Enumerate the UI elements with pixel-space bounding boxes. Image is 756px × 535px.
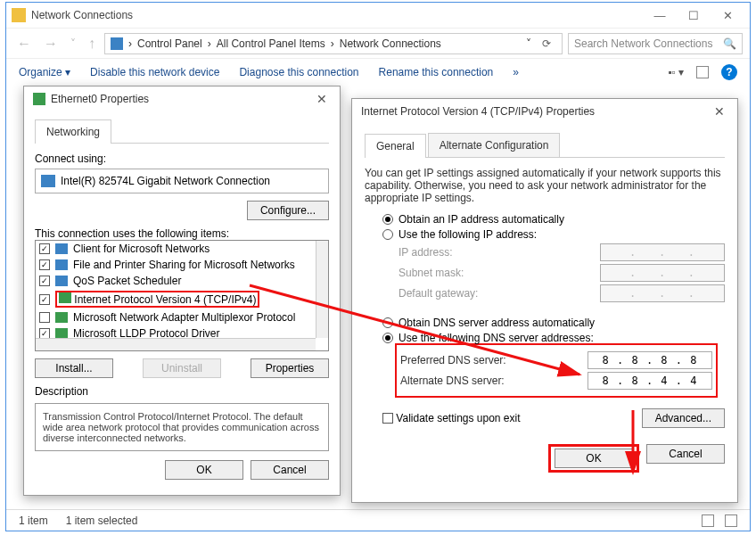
refresh-button[interactable]: ⟳ — [537, 37, 556, 50]
checkbox[interactable] — [39, 243, 50, 254]
crumb-control-panel[interactable]: Control Panel — [137, 37, 202, 50]
gateway-input: . . . — [600, 284, 725, 302]
list-item[interactable]: File and Printer Sharing for Microsoft N… — [36, 257, 328, 273]
forward-button[interactable]: → — [40, 36, 62, 52]
back-button[interactable]: ← — [13, 36, 35, 52]
status-bar: 1 item 1 item selected — [6, 509, 750, 531]
status-selected-count: 1 item selected — [66, 514, 138, 527]
organize-menu[interactable]: Organize ▾ — [19, 66, 70, 78]
protocol-icon — [59, 292, 71, 303]
close-icon[interactable]: ✕ — [313, 92, 331, 106]
install-button[interactable]: Install... — [35, 358, 113, 378]
configure-button[interactable]: Configure... — [247, 201, 329, 220]
protocol-label: Client for Microsoft Networks — [73, 243, 210, 255]
advanced-button[interactable]: Advanced... — [642, 408, 725, 428]
command-bar: Organize ▾ Disable this network device D… — [6, 58, 750, 85]
connect-using-label: Connect using: — [35, 152, 329, 165]
radio-auto-dns[interactable] — [382, 317, 393, 328]
preferred-dns-input[interactable]: 8 . 8 . 8 . 8 — [588, 351, 712, 369]
list-item[interactable]: Internet Protocol Version 4 (TCP/IPv4) — [36, 289, 328, 309]
cancel-button[interactable]: Cancel — [251, 460, 329, 480]
adapter-box: Intel(R) 82574L Gigabit Network Connecti… — [35, 169, 329, 193]
minimize-button[interactable]: — — [643, 3, 677, 28]
tab-strip: General Alternate Configuration — [365, 133, 725, 158]
radio-auto-ip[interactable] — [382, 214, 393, 225]
tab-general[interactable]: General — [365, 134, 426, 158]
search-placeholder: Search Network Connections — [574, 37, 712, 50]
close-button[interactable]: ✕ — [711, 3, 744, 28]
properties-button[interactable]: Properties — [251, 358, 329, 378]
recent-dropdown[interactable]: ˅ — [67, 37, 79, 50]
up-button[interactable]: ↑ — [85, 36, 99, 52]
checkbox[interactable] — [39, 259, 50, 270]
maximize-button[interactable]: ☐ — [677, 3, 711, 28]
validate-checkbox[interactable] — [382, 413, 393, 424]
adapter-icon — [33, 93, 45, 105]
list-item[interactable]: Client for Microsoft Networks — [36, 241, 328, 257]
vertical-scrollbar[interactable] — [316, 241, 328, 338]
dialog-titlebar: Ethernet0 Properties ✕ — [24, 86, 340, 111]
list-item[interactable]: QoS Packet Scheduler — [36, 273, 328, 289]
search-icon: 🔍 — [723, 37, 736, 50]
window-title: Network Connections — [31, 9, 133, 21]
protocol-label: Internet Protocol Version 4 (TCP/IPv4) — [74, 293, 256, 306]
ip-address-input: . . . — [600, 243, 725, 261]
close-icon[interactable]: ✕ — [711, 104, 728, 119]
status-item-count: 1 item — [19, 514, 48, 527]
info-text: You can get IP settings assigned automat… — [365, 167, 725, 204]
ok-button[interactable]: OK — [555, 449, 633, 468]
icons-view-button[interactable] — [725, 514, 737, 527]
radio-manual-ip[interactable] — [382, 229, 393, 240]
uninstall-button: Uninstall — [143, 358, 221, 378]
items-label: This connection uses the following items… — [35, 227, 329, 240]
protocol-icon — [55, 276, 68, 286]
protocol-list[interactable]: Client for Microsoft NetworksFile and Pr… — [35, 240, 329, 351]
breadcrumb-dropdown-icon[interactable]: ˅ — [526, 37, 531, 50]
tab-alternate[interactable]: Alternate Configuration — [428, 133, 561, 157]
diagnose-button[interactable]: Diagnose this connection — [239, 66, 358, 78]
checkbox[interactable] — [39, 312, 50, 323]
preview-pane-button[interactable] — [696, 66, 709, 78]
protocol-icon — [55, 243, 68, 254]
protocol-icon — [55, 312, 68, 323]
ethernet-properties-dialog: Ethernet0 Properties ✕ Networking Connec… — [23, 86, 341, 496]
ip-address-label: IP address: — [399, 246, 511, 259]
rename-button[interactable]: Rename this connection — [379, 66, 494, 78]
radio-manual-dns[interactable] — [382, 333, 393, 343]
view-icons-button[interactable]: ▪▫ ▾ — [668, 66, 684, 78]
protocol-label: Microsoft Network Adapter Multiplexor Pr… — [73, 311, 295, 324]
horizontal-scrollbar[interactable] — [36, 338, 316, 350]
overflow-button[interactable]: » — [513, 66, 519, 78]
subnet-mask-label: Subnet mask: — [399, 267, 511, 279]
list-item[interactable]: Microsoft Network Adapter Multiplexor Pr… — [36, 309, 328, 325]
folder-icon — [111, 37, 123, 50]
protocol-label: QoS Packet Scheduler — [73, 275, 181, 287]
help-icon[interactable]: ? — [721, 64, 737, 80]
app-icon — [12, 8, 26, 22]
ok-button[interactable]: OK — [165, 460, 243, 480]
description-label: Description — [35, 385, 329, 398]
protocol-label: File and Printer Sharing for Microsoft N… — [73, 259, 295, 271]
checkbox[interactable] — [39, 294, 50, 305]
cancel-button[interactable]: Cancel — [646, 444, 725, 464]
adapter-name: Intel(R) 82574L Gigabit Network Connecti… — [61, 175, 270, 187]
checkbox[interactable] — [39, 276, 50, 286]
alternate-dns-label: Alternate DNS server: — [400, 374, 513, 387]
crumb-network-connections[interactable]: Network Connections — [340, 37, 441, 50]
description-text: Transmission Control Protocol/Internet P… — [35, 403, 329, 451]
details-view-button[interactable] — [702, 514, 714, 527]
nav-toolbar: ← → ˅ ↑ › Control Panel› All Control Pan… — [6, 28, 750, 58]
search-input[interactable]: Search Network Connections 🔍 — [568, 33, 743, 54]
gateway-label: Default gateway: — [399, 287, 511, 300]
disable-device-button[interactable]: Disable this network device — [90, 66, 219, 78]
protocol-icon — [55, 259, 68, 270]
dialog-title: Internet Protocol Version 4 (TCP/IPv4) P… — [361, 105, 595, 118]
tab-networking[interactable]: Networking — [35, 119, 111, 144]
dialog-titlebar: Internet Protocol Version 4 (TCP/IPv4) P… — [352, 99, 737, 124]
alternate-dns-input[interactable]: 8 . 8 . 4 . 4 — [588, 372, 712, 390]
ipv4-properties-dialog: Internet Protocol Version 4 (TCP/IPv4) P… — [351, 98, 738, 503]
crumb-all-items[interactable]: All Control Panel Items — [217, 37, 325, 50]
preferred-dns-label: Preferred DNS server: — [400, 354, 513, 366]
breadcrumb[interactable]: › Control Panel› All Control Panel Items… — [104, 33, 563, 54]
titlebar: Network Connections — ☐ ✕ — [6, 3, 750, 28]
